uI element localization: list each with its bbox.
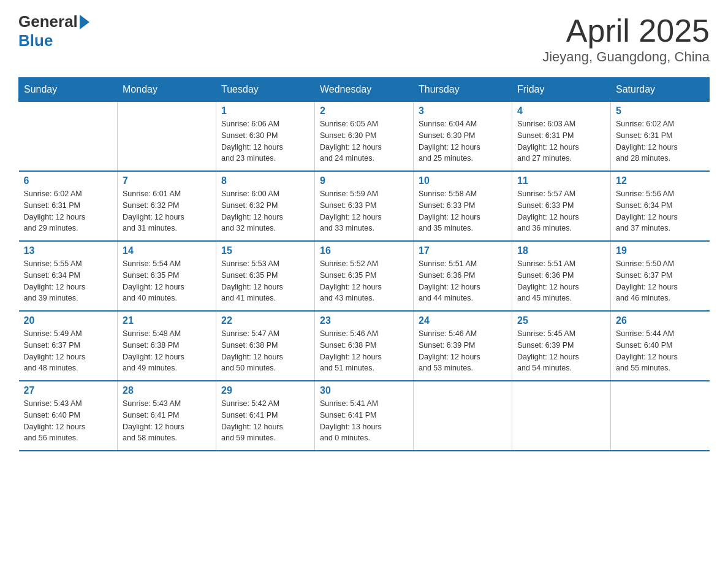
calendar-week-4: 20Sunrise: 5:49 AM Sunset: 6:37 PM Dayli…	[19, 311, 710, 381]
day-number: 28	[123, 385, 211, 396]
day-info: Sunrise: 6:06 AM Sunset: 6:30 PM Dayligh…	[221, 118, 309, 164]
calendar-cell: 14Sunrise: 5:54 AM Sunset: 6:35 PM Dayli…	[118, 241, 216, 311]
calendar-header-row: SundayMondayTuesdayWednesdayThursdayFrid…	[19, 78, 710, 102]
logo-arrow-icon	[80, 15, 89, 29]
calendar-cell: 12Sunrise: 5:56 AM Sunset: 6:34 PM Dayli…	[611, 171, 710, 241]
day-info: Sunrise: 6:02 AM Sunset: 6:31 PM Dayligh…	[24, 188, 113, 234]
weekday-header-tuesday: Tuesday	[216, 78, 315, 102]
day-number: 17	[419, 245, 507, 256]
calendar-week-5: 27Sunrise: 5:43 AM Sunset: 6:40 PM Dayli…	[19, 381, 710, 451]
day-info: Sunrise: 5:59 AM Sunset: 6:33 PM Dayligh…	[320, 188, 408, 234]
calendar-week-3: 13Sunrise: 5:55 AM Sunset: 6:34 PM Dayli…	[19, 241, 710, 311]
weekday-header-saturday: Saturday	[611, 78, 710, 102]
day-info: Sunrise: 6:00 AM Sunset: 6:32 PM Dayligh…	[221, 188, 309, 234]
day-info: Sunrise: 5:46 AM Sunset: 6:39 PM Dayligh…	[419, 328, 507, 374]
day-number: 26	[616, 315, 705, 326]
day-info: Sunrise: 6:03 AM Sunset: 6:31 PM Dayligh…	[517, 118, 605, 164]
day-number: 21	[123, 315, 211, 326]
day-info: Sunrise: 5:55 AM Sunset: 6:34 PM Dayligh…	[24, 258, 113, 304]
logo: General Blue	[18, 12, 89, 50]
title-section: April 2025 Jieyang, Guangdong, China	[542, 12, 710, 65]
page-header: General Blue April 2025 Jieyang, Guangdo…	[18, 12, 710, 65]
day-info: Sunrise: 6:04 AM Sunset: 6:30 PM Dayligh…	[419, 118, 507, 164]
weekday-header-thursday: Thursday	[414, 78, 512, 102]
calendar-cell: 20Sunrise: 5:49 AM Sunset: 6:37 PM Dayli…	[19, 311, 118, 381]
weekday-header-monday: Monday	[118, 78, 216, 102]
day-number: 11	[517, 175, 605, 186]
logo-blue-text: Blue	[18, 31, 53, 50]
calendar-cell: 5Sunrise: 6:02 AM Sunset: 6:31 PM Daylig…	[611, 102, 710, 172]
calendar-cell: 6Sunrise: 6:02 AM Sunset: 6:31 PM Daylig…	[19, 171, 118, 241]
calendar-cell: 24Sunrise: 5:46 AM Sunset: 6:39 PM Dayli…	[414, 311, 512, 381]
day-info: Sunrise: 5:50 AM Sunset: 6:37 PM Dayligh…	[616, 258, 705, 304]
day-number: 10	[419, 175, 507, 186]
day-number: 12	[616, 175, 705, 186]
calendar-cell: 2Sunrise: 6:05 AM Sunset: 6:30 PM Daylig…	[315, 102, 414, 172]
day-number: 1	[221, 105, 309, 117]
day-info: Sunrise: 5:41 AM Sunset: 6:41 PM Dayligh…	[320, 398, 408, 444]
calendar-cell	[611, 381, 710, 451]
calendar-week-2: 6Sunrise: 6:02 AM Sunset: 6:31 PM Daylig…	[19, 171, 710, 241]
day-info: Sunrise: 6:01 AM Sunset: 6:32 PM Dayligh…	[123, 188, 211, 234]
day-number: 2	[320, 105, 408, 117]
calendar-cell: 7Sunrise: 6:01 AM Sunset: 6:32 PM Daylig…	[118, 171, 216, 241]
day-info: Sunrise: 6:05 AM Sunset: 6:30 PM Dayligh…	[320, 118, 408, 164]
calendar-cell: 29Sunrise: 5:42 AM Sunset: 6:41 PM Dayli…	[216, 381, 315, 451]
day-number: 4	[517, 105, 605, 117]
day-number: 27	[24, 385, 113, 396]
day-number: 24	[419, 315, 507, 326]
calendar-cell	[118, 102, 216, 172]
weekday-header-sunday: Sunday	[19, 78, 118, 102]
day-info: Sunrise: 5:52 AM Sunset: 6:35 PM Dayligh…	[320, 258, 408, 304]
day-number: 23	[320, 315, 408, 326]
day-number: 3	[419, 105, 507, 117]
calendar-cell: 4Sunrise: 6:03 AM Sunset: 6:31 PM Daylig…	[512, 102, 611, 172]
day-info: Sunrise: 5:44 AM Sunset: 6:40 PM Dayligh…	[616, 328, 705, 374]
day-number: 19	[616, 245, 705, 256]
calendar-cell: 22Sunrise: 5:47 AM Sunset: 6:38 PM Dayli…	[216, 311, 315, 381]
calendar-cell: 26Sunrise: 5:44 AM Sunset: 6:40 PM Dayli…	[611, 311, 710, 381]
calendar-cell: 1Sunrise: 6:06 AM Sunset: 6:30 PM Daylig…	[216, 102, 315, 172]
calendar-cell: 19Sunrise: 5:50 AM Sunset: 6:37 PM Dayli…	[611, 241, 710, 311]
weekday-header-friday: Friday	[512, 78, 611, 102]
calendar-cell: 3Sunrise: 6:04 AM Sunset: 6:30 PM Daylig…	[414, 102, 512, 172]
calendar-cell: 16Sunrise: 5:52 AM Sunset: 6:35 PM Dayli…	[315, 241, 414, 311]
month-title: April 2025	[542, 12, 710, 49]
calendar-cell: 23Sunrise: 5:46 AM Sunset: 6:38 PM Dayli…	[315, 311, 414, 381]
calendar-week-1: 1Sunrise: 6:06 AM Sunset: 6:30 PM Daylig…	[19, 102, 710, 172]
day-number: 25	[517, 315, 605, 326]
calendar-cell: 25Sunrise: 5:45 AM Sunset: 6:39 PM Dayli…	[512, 311, 611, 381]
weekday-header-wednesday: Wednesday	[315, 78, 414, 102]
day-number: 7	[123, 175, 211, 186]
calendar-cell: 27Sunrise: 5:43 AM Sunset: 6:40 PM Dayli…	[19, 381, 118, 451]
day-number: 16	[320, 245, 408, 256]
day-info: Sunrise: 5:51 AM Sunset: 6:36 PM Dayligh…	[517, 258, 605, 304]
calendar-cell: 17Sunrise: 5:51 AM Sunset: 6:36 PM Dayli…	[414, 241, 512, 311]
calendar-cell	[414, 381, 512, 451]
day-info: Sunrise: 5:43 AM Sunset: 6:40 PM Dayligh…	[24, 398, 113, 444]
calendar-cell: 28Sunrise: 5:43 AM Sunset: 6:41 PM Dayli…	[118, 381, 216, 451]
day-info: Sunrise: 5:48 AM Sunset: 6:38 PM Dayligh…	[123, 328, 211, 374]
logo-general-text: General	[18, 12, 78, 31]
day-info: Sunrise: 5:46 AM Sunset: 6:38 PM Dayligh…	[320, 328, 408, 374]
calendar-cell: 21Sunrise: 5:48 AM Sunset: 6:38 PM Dayli…	[118, 311, 216, 381]
day-info: Sunrise: 5:51 AM Sunset: 6:36 PM Dayligh…	[419, 258, 507, 304]
calendar-cell	[512, 381, 611, 451]
calendar-table: SundayMondayTuesdayWednesdayThursdayFrid…	[18, 77, 710, 451]
day-number: 15	[221, 245, 309, 256]
day-number: 30	[320, 385, 408, 396]
day-info: Sunrise: 5:49 AM Sunset: 6:37 PM Dayligh…	[24, 328, 113, 374]
day-number: 18	[517, 245, 605, 256]
day-number: 6	[24, 175, 113, 186]
day-info: Sunrise: 5:58 AM Sunset: 6:33 PM Dayligh…	[419, 188, 507, 234]
day-info: Sunrise: 5:53 AM Sunset: 6:35 PM Dayligh…	[221, 258, 309, 304]
day-info: Sunrise: 5:45 AM Sunset: 6:39 PM Dayligh…	[517, 328, 605, 374]
calendar-cell: 11Sunrise: 5:57 AM Sunset: 6:33 PM Dayli…	[512, 171, 611, 241]
location-title: Jieyang, Guangdong, China	[542, 49, 710, 65]
calendar-cell	[19, 102, 118, 172]
calendar-cell: 13Sunrise: 5:55 AM Sunset: 6:34 PM Dayli…	[19, 241, 118, 311]
calendar-cell: 8Sunrise: 6:00 AM Sunset: 6:32 PM Daylig…	[216, 171, 315, 241]
day-info: Sunrise: 5:57 AM Sunset: 6:33 PM Dayligh…	[517, 188, 605, 234]
day-number: 8	[221, 175, 309, 186]
day-number: 5	[616, 105, 705, 117]
